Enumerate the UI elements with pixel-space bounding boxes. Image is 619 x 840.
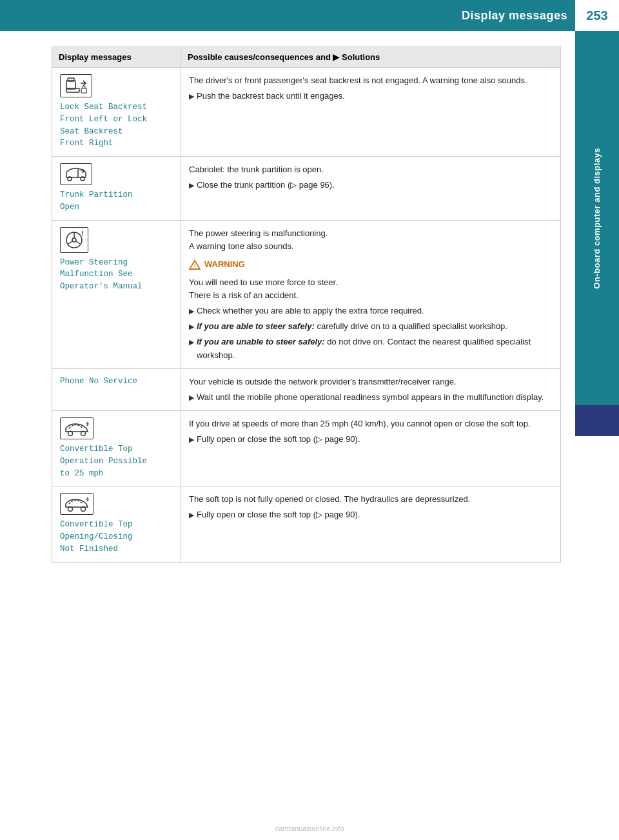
- col1-header: Display messages: [52, 47, 181, 68]
- page-number-box: 253: [575, 0, 619, 31]
- header-bar: Display messages 253: [0, 0, 619, 31]
- warning-triangle-icon: !: [189, 259, 201, 270]
- svg-rect-1: [66, 81, 75, 89]
- solution-cell: Cabriolet: the trunk partition is open. …: [181, 157, 561, 221]
- table-row: Phone No Service Your vehicle is outside…: [52, 368, 561, 410]
- seat-backrest-icon: [60, 74, 92, 97]
- display-message-cell: Phone No Service: [52, 368, 181, 410]
- display-table: Display messages Possible causes/consequ…: [52, 46, 561, 563]
- display-message-label: Power SteeringMalfunction SeeOperator's …: [60, 257, 173, 293]
- svg-line-11: [76, 241, 80, 244]
- svg-rect-2: [68, 78, 74, 81]
- svg-text:!: !: [194, 263, 196, 269]
- header-title: Display messages: [462, 9, 567, 23]
- page-number: 253: [586, 8, 607, 23]
- display-message-cell: Lock Seat BackrestFront Left or LockSeat…: [52, 68, 181, 157]
- solution-cell: If you drive at speeds of more than 25 m…: [181, 411, 561, 486]
- svg-point-8: [72, 238, 76, 242]
- table-row: Lock Seat BackrestFront Left or LockSeat…: [52, 68, 561, 157]
- col2-header: Possible causes/consequences and ▶ Solut…: [181, 47, 561, 68]
- power-steering-icon: !: [60, 227, 88, 253]
- display-message-label: Phone No Service: [60, 375, 173, 388]
- svg-line-10: [68, 241, 72, 244]
- side-tab: On-board computer and displays: [575, 31, 619, 405]
- display-message-label: Convertible TopOperation Possibleto 25 m…: [60, 443, 173, 479]
- display-message-label: Lock Seat BackrestFront Left or LockSeat…: [60, 101, 173, 150]
- convertible-top-not-finished-icon: [60, 493, 93, 515]
- display-message-label: Trunk PartitionOpen: [60, 189, 173, 214]
- convertible-top-icon: [60, 417, 93, 439]
- table-row: ! Power SteeringMalfunction SeeOperator'…: [52, 220, 561, 368]
- trunk-partition-icon: [60, 163, 92, 185]
- display-message-cell: Convertible TopOperation Possibleto 25 m…: [52, 411, 181, 486]
- display-message-cell: Trunk PartitionOpen: [52, 157, 181, 221]
- main-content: Display messages Possible causes/consequ…: [52, 46, 561, 563]
- display-message-cell: Convertible TopOpening/ClosingNot Finish…: [52, 486, 181, 562]
- svg-text:!: !: [81, 230, 83, 237]
- table-row: Convertible TopOpening/ClosingNot Finish…: [52, 486, 561, 562]
- table-row: Trunk PartitionOpen Cabriolet: the trunk…: [52, 157, 561, 221]
- solution-cell: The soft top is not fully opened or clos…: [181, 486, 561, 562]
- watermark: carmanualsonline.info: [275, 825, 344, 832]
- solution-cell: The driver's or front passenger's seat b…: [181, 68, 561, 157]
- warning-block: ! WARNING: [189, 258, 553, 271]
- warning-text: WARNING: [204, 258, 245, 271]
- svg-rect-3: [81, 88, 86, 93]
- display-message-cell: ! Power SteeringMalfunction SeeOperator'…: [52, 220, 181, 368]
- display-message-label: Convertible TopOpening/ClosingNot Finish…: [60, 519, 173, 555]
- side-tab-indicator: [575, 405, 619, 436]
- side-tab-label: On-board computer and displays: [592, 148, 603, 289]
- solution-cell: Your vehicle is outside the network prov…: [181, 368, 561, 410]
- table-row: Convertible TopOperation Possibleto 25 m…: [52, 411, 561, 486]
- solution-cell: The power steering is malfunctioning. A …: [181, 220, 561, 368]
